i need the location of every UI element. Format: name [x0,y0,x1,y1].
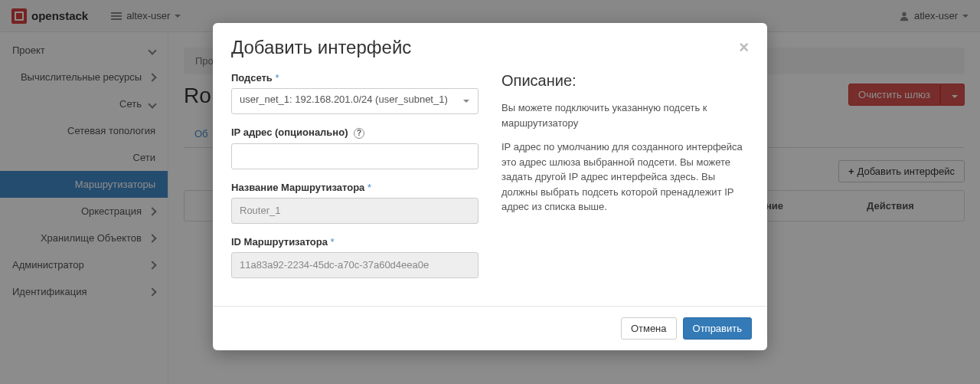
help-icon[interactable]: ? [354,128,364,139]
chevron-down-icon [463,100,469,103]
description-paragraph: IP адрес по умолчанию для созданного инт… [501,139,749,215]
modal-header: Добавить интерфейс × [213,23,767,69]
router-id-label: ID Маршрутизатора * [231,236,479,248]
description-title: Описание: [501,72,749,90]
modal-form: Подсеть * user_net_1: 192.168.201.0/24 (… [231,72,479,290]
ip-input[interactable] [231,143,479,169]
subnet-label: Подсеть * [231,72,479,84]
subnet-select[interactable]: user_net_1: 192.168.201.0/24 (user_subne… [231,88,479,114]
submit-button[interactable]: Отправить [683,317,752,340]
subnet-value: user_net_1: 192.168.201.0/24 (user_subne… [231,88,479,114]
add-interface-modal: Добавить интерфейс × Подсеть * user_net_… [213,23,767,350]
modal-backdrop: Добавить интерфейс × Подсеть * user_net_… [0,0,980,384]
modal-description: Описание: Вы можете подключить указанную… [501,72,749,290]
router-name-input [231,198,479,224]
description-paragraph: Вы можете подключить указанную подсеть к… [501,100,749,130]
cancel-button[interactable]: Отмена [621,317,677,340]
modal-title: Добавить интерфейс [231,37,411,58]
modal-footer: Отмена Отправить [213,306,767,350]
router-id-input [231,252,479,278]
router-name-label: Название Маршрутизатора * [231,182,479,193]
close-icon[interactable]: × [739,38,749,57]
ip-label: IP адрес (опционально) ? [231,126,479,139]
